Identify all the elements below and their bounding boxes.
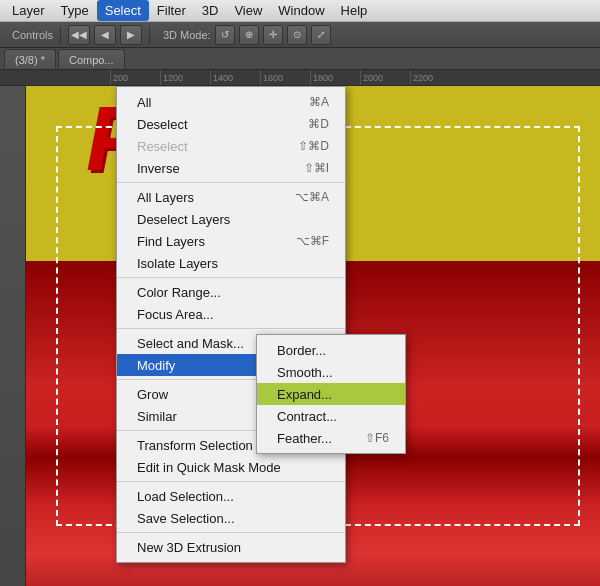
menu-item-save-selection[interactable]: Save Selection... xyxy=(117,507,345,529)
left-toolbar xyxy=(0,86,26,586)
submenu-smooth[interactable]: Smooth... xyxy=(257,361,405,383)
separator-7 xyxy=(117,532,345,533)
menu-item-deselect[interactable]: Deselect ⌘D xyxy=(117,113,345,135)
toolbar-btn-1[interactable]: ◀◀ xyxy=(68,25,90,45)
toolbar-separator-2 xyxy=(149,26,150,44)
ruler-mark: 200 xyxy=(110,70,160,85)
menu-item-color-range[interactable]: Color Range... xyxy=(117,281,345,303)
menu-item-all[interactable]: All ⌘A xyxy=(117,91,345,113)
menu-item-all-layers[interactable]: All Layers ⌥⌘A xyxy=(117,186,345,208)
rotate-btn[interactable]: ↺ xyxy=(215,25,235,45)
canvas-area: PEAC All ⌘A Deselect ⌘D Reselect ⇧⌘D xyxy=(26,86,600,586)
menu-item-isolate-layers[interactable]: Isolate Layers xyxy=(117,252,345,274)
menu-help[interactable]: Help xyxy=(333,0,376,21)
submenu-feather[interactable]: Feather... ⇧F6 xyxy=(257,427,405,449)
ruler: 200 1200 1400 1600 1800 2000 2200 xyxy=(0,70,600,86)
pan-btn[interactable]: ✛ xyxy=(263,25,283,45)
toolbar-separator-1 xyxy=(60,26,61,44)
submenu-expand[interactable]: Expand... xyxy=(257,383,405,405)
ruler-mark: 2200 xyxy=(410,70,460,85)
toolbar: Controls ◀◀ ◀ ▶ 3D Mode: ↺ ⊕ ✛ ⊙ ⤢ xyxy=(0,22,600,48)
controls-label: Controls xyxy=(12,29,53,41)
menu-type[interactable]: Type xyxy=(53,0,97,21)
tab-2[interactable]: Compo... xyxy=(58,49,125,69)
menu-select[interactable]: Select xyxy=(97,0,149,21)
submenu-contract[interactable]: Contract... xyxy=(257,405,405,427)
menu-window[interactable]: Window xyxy=(270,0,332,21)
ruler-mark: 2000 xyxy=(360,70,410,85)
modify-submenu-container: Border... Smooth... Expand... Contract..… xyxy=(256,334,406,454)
scale-btn[interactable]: ⤢ xyxy=(311,25,331,45)
separator-3 xyxy=(117,328,345,329)
menu-item-load-selection[interactable]: Load Selection... xyxy=(117,485,345,507)
ruler-mark: 1200 xyxy=(160,70,210,85)
main-area: PEAC All ⌘A Deselect ⌘D Reselect ⇧⌘D xyxy=(0,86,600,586)
menu-item-3d-extrusion[interactable]: New 3D Extrusion xyxy=(117,536,345,558)
menu-item-deselect-layers[interactable]: Deselect Layers xyxy=(117,208,345,230)
toolbar-btn-3[interactable]: ▶ xyxy=(120,25,142,45)
separator-2 xyxy=(117,277,345,278)
ruler-mark: 1400 xyxy=(210,70,260,85)
submenu-border[interactable]: Border... xyxy=(257,339,405,361)
toolbar-btn-2[interactable]: ◀ xyxy=(94,25,116,45)
menu-filter[interactable]: Filter xyxy=(149,0,194,21)
menu-item-quick-mask[interactable]: Edit in Quick Mask Mode xyxy=(117,456,345,478)
roll-btn[interactable]: ⊕ xyxy=(239,25,259,45)
select-menu: All ⌘A Deselect ⌘D Reselect ⇧⌘D Inverse … xyxy=(116,86,346,563)
ruler-mark: 1800 xyxy=(310,70,360,85)
3d-mode-label: 3D Mode: xyxy=(163,29,211,41)
slide-btn[interactable]: ⊙ xyxy=(287,25,307,45)
menu-item-find-layers[interactable]: Find Layers ⌥⌘F xyxy=(117,230,345,252)
menu-item-inverse[interactable]: Inverse ⇧⌘I xyxy=(117,157,345,179)
menu-item-reselect[interactable]: Reselect ⇧⌘D xyxy=(117,135,345,157)
menu-item-focus-area[interactable]: Focus Area... xyxy=(117,303,345,325)
modify-submenu: Border... Smooth... Expand... Contract..… xyxy=(256,334,406,454)
separator-1 xyxy=(117,182,345,183)
menu-view[interactable]: View xyxy=(226,0,270,21)
tabbar: (3/8) * Compo... xyxy=(0,48,600,70)
select-dropdown: All ⌘A Deselect ⌘D Reselect ⇧⌘D Inverse … xyxy=(116,86,346,563)
ruler-mark: 1600 xyxy=(260,70,310,85)
tab-1[interactable]: (3/8) * xyxy=(4,49,56,69)
menu-3d[interactable]: 3D xyxy=(194,0,227,21)
menu-layer[interactable]: Layer xyxy=(4,0,53,21)
menubar: Layer Type Select Filter 3D View Window … xyxy=(0,0,600,22)
separator-6 xyxy=(117,481,345,482)
